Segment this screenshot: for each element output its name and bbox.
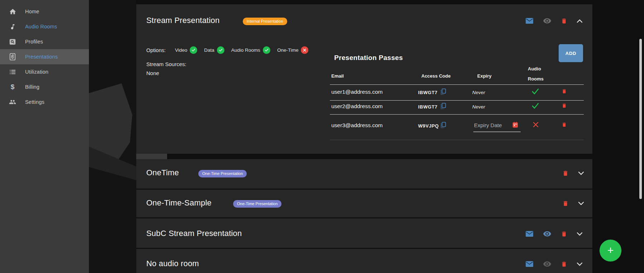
sidebar-item-label: Presentations (25, 54, 58, 60)
presentation-card-collapsed: SubC Stream Presentation (136, 218, 592, 248)
one-time-presentation-badge: One-Time Presentation (233, 200, 281, 208)
people-icon (9, 98, 16, 106)
check-icon (532, 88, 539, 96)
pass-access-code: IBWGT7 (418, 90, 437, 95)
card-title: SubC Stream Presentation (146, 229, 242, 238)
presentation-card-collapsed: One-Time-Sample One-Time Presentation (136, 190, 592, 217)
copy-icon[interactable] (440, 103, 446, 111)
input-underline (473, 131, 521, 132)
presentation-passes-panel: Presentation Passes ADD Email Access Cod… (330, 40, 584, 150)
delete-icon[interactable] (562, 200, 569, 207)
delete-pass-icon[interactable] (562, 102, 567, 110)
sidebar-item-label: Audio Rooms (25, 24, 57, 29)
expiry-date-input[interactable]: Expiry Date (474, 122, 502, 128)
sidebar-item-home[interactable]: Home (0, 4, 89, 19)
check-circle-icon (190, 46, 197, 54)
pass-email: user1@address.com (331, 89, 383, 95)
card-actions (525, 17, 583, 25)
table-divider (330, 100, 584, 101)
email-icon[interactable] (525, 231, 534, 237)
chevron-up-icon[interactable] (577, 19, 583, 23)
table-divider (330, 84, 584, 85)
option-data: Data (204, 46, 224, 54)
attachment-icon (9, 53, 16, 61)
pass-expiry: Never (472, 104, 485, 110)
home-icon (9, 8, 16, 15)
check-circle-icon (217, 46, 224, 54)
pass-access-code: W9VJPQ (418, 123, 439, 129)
option-audio-rooms: Audio Rooms (231, 46, 270, 54)
table-divider (330, 140, 584, 140)
copy-icon[interactable] (440, 88, 446, 97)
column-header-audio-rooms: Audio Rooms (528, 64, 546, 84)
column-header-email: Email (331, 73, 344, 79)
add-pass-button[interactable]: ADD (559, 44, 583, 62)
options-row: Options: Video Data Audio Rooms One-Time (146, 46, 315, 54)
card-title: No audio room (146, 259, 199, 268)
delete-pass-icon[interactable] (562, 121, 567, 129)
sidebar: Home Audio Rooms Profiles Presentations … (0, 0, 89, 273)
sidebar-item-audio-rooms[interactable]: Audio Rooms (0, 19, 89, 34)
check-circle-icon (263, 46, 270, 54)
eye-icon[interactable] (543, 231, 551, 237)
table-divider (330, 114, 584, 115)
sidebar-item-utilization[interactable]: Utilization (0, 64, 89, 79)
column-header-expiry: Expiry (477, 73, 492, 79)
eye-icon[interactable] (543, 261, 551, 267)
card-title: One-Time-Sample (146, 198, 212, 208)
copy-icon[interactable] (440, 122, 446, 130)
passes-title: Presentation Passes (334, 54, 403, 62)
stream-sources-value: None (146, 70, 159, 76)
delete-pass-icon[interactable] (562, 88, 567, 96)
sidebar-item-label: Utilization (25, 69, 48, 75)
image-search-icon (9, 38, 16, 46)
scrollbar-thumb[interactable] (639, 39, 642, 199)
presentation-card-expanded: Stream Presentation Internal Presentatio… (136, 4, 592, 154)
sidebar-item-label: Home (25, 9, 39, 14)
card-actions (525, 260, 583, 268)
option-video: Video (175, 46, 197, 54)
delete-icon[interactable] (562, 170, 569, 177)
pass-access-code: IBWGT7 (418, 104, 437, 110)
background-photo-shape (136, 154, 167, 159)
options-label: Options: (146, 47, 166, 53)
chevron-down-icon[interactable] (578, 202, 584, 205)
sidebar-item-label: Billing (25, 84, 39, 90)
add-presentation-fab[interactable]: + (600, 240, 621, 262)
email-icon[interactable] (525, 261, 534, 267)
pass-email: user3@address.com (331, 122, 383, 129)
sidebar-item-presentations[interactable]: Presentations (0, 49, 89, 64)
pass-email: user2@address.com (331, 103, 383, 110)
eye-icon[interactable] (543, 18, 551, 24)
music-note-icon (9, 23, 16, 31)
sidebar-item-settings[interactable]: Settings (0, 94, 89, 110)
sidebar-item-billing[interactable]: $ Billing (0, 79, 89, 94)
chevron-down-icon[interactable] (577, 262, 583, 266)
internal-presentation-badge: Internal Presentation (243, 18, 287, 25)
x-circle-icon (301, 46, 308, 54)
plus-icon: + (607, 245, 614, 256)
calendar-icon[interactable] (512, 121, 518, 130)
check-icon (532, 103, 539, 110)
dollar-icon: $ (9, 83, 16, 91)
app-window: Home Audio Rooms Profiles Presentations … (0, 0, 644, 273)
delete-icon[interactable] (561, 260, 567, 268)
chevron-down-icon[interactable] (577, 232, 583, 236)
sidebar-item-profiles[interactable]: Profiles (0, 34, 89, 49)
option-one-time: One-Time (277, 46, 309, 54)
column-header-access-code: Access Code (421, 73, 451, 79)
email-icon[interactable] (525, 18, 534, 24)
list-icon (9, 68, 16, 76)
one-time-presentation-badge: One-Time Presentation (198, 170, 247, 177)
card-title: OneTime (146, 168, 179, 177)
x-icon (533, 122, 539, 129)
sidebar-item-label: Settings (25, 99, 44, 105)
card-actions (525, 230, 583, 238)
chevron-down-icon[interactable] (578, 171, 584, 175)
delete-icon[interactable] (561, 17, 567, 25)
presentation-card-collapsed: No audio room (136, 249, 592, 273)
delete-icon[interactable] (561, 230, 567, 238)
card-title: Stream Presentation (146, 16, 219, 25)
presentation-card-collapsed: OneTime One-Time Presentation (136, 159, 592, 189)
card-actions (562, 169, 584, 177)
